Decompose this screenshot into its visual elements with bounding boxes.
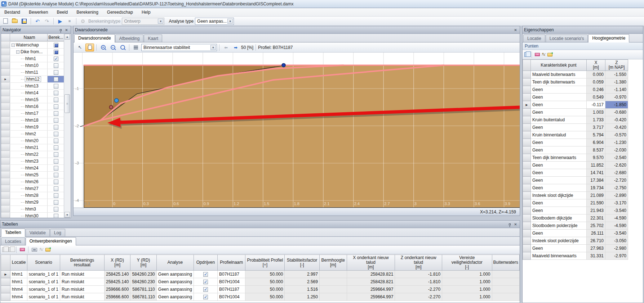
redo-button[interactable]: ↷ — [43, 18, 51, 25]
cross-section-chart[interactable]: -1-2-3-4-0.300.30.60.91.21.51.82.12.42.7… — [74, 53, 520, 208]
menu-item-gereedschap[interactable]: Gereedschap — [103, 9, 137, 16]
close-icon[interactable]: ✕ — [513, 222, 518, 227]
z-onderkant-cell[interactable]: -2.270 — [395, 293, 442, 301]
pin-icon[interactable] — [60, 29, 62, 31]
z-cell[interactable]: -0.420 — [605, 124, 628, 131]
tree-item-hhm16[interactable]: hhm16 — [1, 103, 65, 110]
points-table-row[interactable]: Geen27.963-2.980 — [523, 245, 628, 252]
col-buitenwaters[interactable]: Buitenwaters — [492, 255, 519, 271]
tree-item-hhm28[interactable]: hhm28 — [1, 192, 65, 199]
z-cell[interactable]: -2.620 — [605, 162, 628, 169]
karakteristiek-punt-cell[interactable]: Geen — [531, 245, 587, 252]
x-cell[interactable]: 22.301 — [587, 214, 605, 222]
karakteristiek-punt-cell[interactable]: Kruin buitentalud — [531, 116, 587, 124]
x-cell[interactable]: 21.590 — [587, 199, 605, 207]
zoom-in-button[interactable]: + — [99, 44, 107, 51]
scenario-cell[interactable]: scenario_1 of 1 — [27, 293, 60, 301]
col-stabiliteitsfactor[interactable]: Stabiliteitsfactor[-] — [285, 255, 320, 271]
z-cell[interactable]: -2.680 — [605, 169, 628, 177]
x-cell[interactable]: 17.384 — [587, 177, 605, 184]
berekenen-checkbox[interactable] — [54, 63, 58, 68]
col-x-onderkant-nieuw-talud[interactable]: X onderkant nieuw talud[m] — [347, 255, 395, 271]
karakteristiek-punt-cell[interactable]: Maaiveld buitenwaarts — [531, 71, 587, 78]
vereiste-cell[interactable]: 1.000 — [442, 286, 492, 293]
z-cell[interactable]: -2.970 — [605, 252, 628, 260]
karakteristiek-punt-cell[interactable]: Geen — [531, 199, 587, 207]
bermhoogte-cell[interactable] — [319, 286, 347, 293]
karakteristiek-punt-cell[interactable]: Geen — [531, 86, 587, 94]
subtab-locaties[interactable]: Locaties — [1, 238, 25, 245]
navigator-col-berek[interactable]: Berek... — [48, 34, 65, 41]
opdrijven-checkbox[interactable] — [203, 272, 208, 277]
points-table-row[interactable]: Geen21.943-3.540 — [523, 207, 628, 214]
berekenen-checkbox[interactable] — [54, 139, 58, 143]
col-opdrijven[interactable]: Opdrijven — [194, 255, 217, 271]
tree-item-hhm13[interactable]: hhm13 — [1, 83, 65, 90]
buitenwaterstand-cell[interactable] — [492, 286, 519, 293]
karakteristiek-punt-cell[interactable]: Geen — [531, 230, 587, 237]
tree-item-hhm10[interactable]: hhm10 — [1, 62, 65, 69]
tab-hoogtegeometrie[interactable]: Hoogtegeometrie — [588, 34, 629, 42]
x-rd-cell[interactable]: 258425.140 — [104, 278, 130, 286]
col-analyse[interactable]: Analyse — [156, 255, 194, 271]
points-table-row[interactable]: Geen8.537-2.030 — [523, 146, 628, 154]
x-cell[interactable]: 19.734 — [587, 184, 605, 192]
karakteristiek-punt-cell[interactable]: Insteek sloot polderzijde — [531, 237, 587, 245]
points-table-row[interactable]: Geen17.384-2.720 — [523, 177, 628, 184]
prev-button[interactable]: ⬅ — [222, 44, 230, 51]
tab-log[interactable]: Log — [50, 229, 65, 236]
profielnaam-cell[interactable]: B07H1187 — [218, 286, 245, 293]
collapse-icon[interactable]: − — [12, 44, 15, 47]
z-cell[interactable]: -0.570 — [605, 131, 628, 139]
berekenen-checkbox[interactable] — [54, 98, 58, 102]
profielnaam-cell[interactable]: B07H1187 — [218, 271, 245, 278]
y-rd-cell[interactable]: 584260.230 — [130, 278, 156, 286]
pan-tool-button[interactable] — [85, 44, 94, 51]
col-karakteristiek-punt[interactable]: Karakteristiek punt — [531, 60, 587, 71]
analyse-cell[interactable]: Geen aanpassing — [156, 293, 194, 301]
results-table-row[interactable]: ▸hhm1scenario_1 of 1Run mislukt258425.14… — [1, 271, 520, 278]
points-table-row[interactable]: Slootbodem dijkzijde22.301-4.590 — [523, 214, 628, 222]
z-cell[interactable]: -2.540 — [605, 154, 628, 162]
berekenen-checkbox[interactable] — [54, 56, 58, 61]
zoom-out-button[interactable]: − — [108, 44, 117, 51]
pin-icon[interactable] — [509, 223, 511, 225]
karakteristiek-punt-cell[interactable]: Geen — [531, 177, 587, 184]
z-cell[interactable]: -3.170 — [605, 199, 628, 207]
tree-item-dike-from-[interactable]: −Dike from... — [1, 49, 65, 55]
x-cell[interactable]: 5.794 — [587, 131, 605, 139]
x-onderkant-cell[interactable]: 258428.821 — [347, 271, 395, 278]
z-cell[interactable]: -2.980 — [605, 245, 628, 252]
resultaat-cell[interactable]: Run mislukt — [60, 278, 105, 286]
karakteristiek-punt-cell[interactable]: Geen — [531, 146, 587, 154]
opdrijven-checkbox[interactable] — [203, 295, 208, 299]
col-scenario[interactable]: Scenario — [27, 255, 60, 271]
probabiliteit-cell[interactable]: 50.000 — [245, 293, 285, 301]
z-cell[interactable]: -4.590 — [605, 222, 628, 230]
close-icon[interactable]: ✕ — [64, 27, 69, 32]
x-cell[interactable]: 21.089 — [587, 192, 605, 199]
karakteristiek-punt-cell[interactable]: Teen dijk binnenwaarts — [531, 154, 587, 162]
tree-item-hhm1[interactable]: hhm1 — [1, 55, 65, 62]
col-y-rd-[interactable]: Y (RD)[m] — [130, 255, 156, 271]
stabiliteitsfactor-cell[interactable]: 2.569 — [285, 278, 320, 286]
analyse-cell[interactable]: Geen aanpassing — [156, 271, 194, 278]
karakteristiek-punt-cell[interactable]: Maaiveld binnenwaarts — [531, 252, 587, 260]
stop-button[interactable]: ■ — [66, 18, 74, 25]
tree-item-hhm29[interactable]: hhm29 — [1, 199, 65, 206]
resultaat-cell[interactable]: Run mislukt — [60, 293, 105, 301]
berekenen-checkbox[interactable] — [54, 70, 58, 75]
karakteristiek-punt-cell[interactable]: Kruin binnentalud — [531, 131, 587, 139]
tree-item-hhm15[interactable]: hhm15 — [1, 96, 65, 103]
navigator-scrollbar[interactable]: ▲ ≡ ▼ — [64, 34, 70, 218]
z-cell[interactable]: -0.420 — [605, 116, 628, 124]
scenario-cell[interactable]: scenario_1 of 1 — [27, 271, 60, 278]
points-table-row[interactable]: Geen14.741-2.680 — [523, 169, 628, 177]
z-cell[interactable]: -1.850 — [605, 101, 628, 109]
tree-item-hhm2[interactable]: hhm2 — [1, 131, 65, 137]
x-onderkant-cell[interactable]: 259664.997 — [347, 293, 395, 301]
points-table-row[interactable]: Maaiveld binnenwaarts31.331-2.970 — [523, 252, 628, 260]
points-table-row[interactable]: Teen dijk binnenwaarts9.570-2.540 — [523, 154, 628, 162]
buitenwaterstand-cell[interactable] — [492, 271, 519, 278]
scrollbar-thumb[interactable]: ≡ — [65, 94, 70, 113]
